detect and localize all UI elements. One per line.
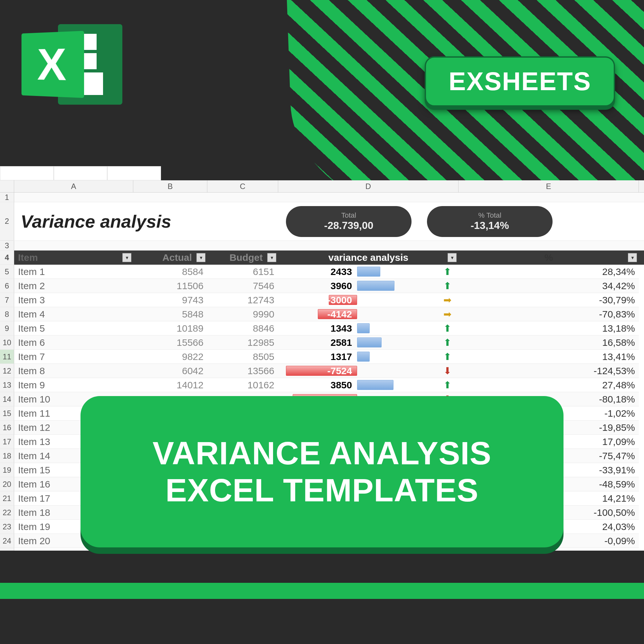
- filter-button[interactable]: ▾: [448, 253, 457, 262]
- row-number[interactable]: 1: [0, 193, 14, 202]
- pct-cell[interactable]: -70,83%: [459, 307, 639, 321]
- arrow-up-icon: ⬆: [436, 266, 459, 277]
- variance-value: -7524: [325, 365, 354, 376]
- variance-cell[interactable]: 1317⬆: [278, 350, 459, 364]
- row-number[interactable]: 7: [0, 293, 14, 307]
- variance-cell[interactable]: 2581⬆: [278, 336, 459, 350]
- variance-cell[interactable]: 3850⬆: [278, 378, 459, 392]
- pct-cell[interactable]: -30,79%: [459, 293, 639, 307]
- variance-cell[interactable]: 2433⬆: [278, 265, 459, 279]
- item-cell[interactable]: Item 1: [14, 265, 133, 279]
- budget-cell[interactable]: 10162: [207, 378, 278, 392]
- actual-cell[interactable]: 9743: [133, 293, 207, 307]
- row-number[interactable]: 18: [0, 449, 14, 463]
- row-number[interactable]: 12: [0, 364, 14, 378]
- pct-cell[interactable]: 2,23%: [459, 548, 639, 551]
- header-actual: Actual: [162, 252, 192, 263]
- col-letter[interactable]: E: [459, 180, 639, 192]
- row-number[interactable]: 16: [0, 421, 14, 435]
- table-row: 10Item 615566129852581⬆16,58%: [0, 336, 644, 350]
- filter-button[interactable]: ▾: [628, 253, 637, 262]
- budget-cell[interactable]: 7546: [207, 279, 278, 293]
- row-number[interactable]: 6: [0, 279, 14, 293]
- actual-cell[interactable]: 9822: [133, 350, 207, 364]
- variance-cell[interactable]: -3000➡: [278, 293, 459, 307]
- row-number[interactable]: 2: [0, 202, 14, 241]
- item-cell[interactable]: Item 8: [14, 364, 133, 378]
- row-number[interactable]: 19: [0, 463, 14, 477]
- item-cell[interactable]: Item 3: [14, 293, 133, 307]
- pct-cell[interactable]: 27,48%: [459, 378, 639, 392]
- budget-cell[interactable]: 6151: [207, 265, 278, 279]
- item-cell[interactable]: Item 4: [14, 307, 133, 321]
- filter-button[interactable]: ▾: [267, 253, 276, 262]
- row-number[interactable]: 9: [0, 321, 14, 336]
- header-item: Item: [18, 252, 38, 263]
- filter-button[interactable]: ▾: [122, 253, 131, 262]
- excel-logo: X: [19, 18, 122, 111]
- pct-cell[interactable]: -124,53%: [459, 364, 639, 378]
- row-number[interactable]: 8: [0, 307, 14, 321]
- row-number[interactable]: 23: [0, 520, 14, 534]
- item-cell[interactable]: Item 21: [14, 548, 133, 551]
- filter-button[interactable]: ▾: [196, 253, 205, 262]
- variance-cell[interactable]: -4142➡: [278, 307, 459, 321]
- actual-cell[interactable]: 10189: [133, 321, 207, 336]
- variance-value: -4142: [325, 309, 354, 320]
- actual-cell[interactable]: 5848: [133, 307, 207, 321]
- row-number[interactable]: 3: [0, 241, 14, 251]
- budget-cell[interactable]: 12985: [207, 336, 278, 350]
- col-letter[interactable]: A: [14, 180, 133, 192]
- item-cell[interactable]: Item 6: [14, 336, 133, 350]
- actual-cell[interactable]: 11506: [133, 279, 207, 293]
- row-number[interactable]: 13: [0, 378, 14, 392]
- item-cell[interactable]: Item 7: [14, 350, 133, 364]
- pct-cell[interactable]: 28,34%: [459, 265, 639, 279]
- col-letter[interactable]: D: [278, 180, 459, 192]
- budget-cell[interactable]: [207, 548, 278, 551]
- actual-cell[interactable]: 15566: [133, 336, 207, 350]
- pct-cell[interactable]: 16,58%: [459, 336, 639, 350]
- row-number[interactable]: 20: [0, 477, 14, 491]
- actual-cell[interactable]: [133, 548, 207, 551]
- budget-cell[interactable]: 8846: [207, 321, 278, 336]
- variance-bar: [357, 281, 394, 291]
- variance-cell[interactable]: 3960⬆: [278, 279, 459, 293]
- actual-cell[interactable]: 8584: [133, 265, 207, 279]
- row-number[interactable]: 24: [0, 534, 14, 548]
- row-number[interactable]: 15: [0, 406, 14, 421]
- item-cell[interactable]: Item 2: [14, 279, 133, 293]
- arrow-right-icon: ➡: [436, 308, 459, 320]
- row-number[interactable]: 5: [0, 265, 14, 279]
- pct-cell[interactable]: 13,18%: [459, 321, 639, 336]
- row-number[interactable]: 21: [0, 491, 14, 506]
- variance-cell[interactable]: 1343⬆: [278, 321, 459, 336]
- col-letter[interactable]: C: [207, 180, 278, 192]
- promo-banner: VARIANCE ANALYSIS EXCEL TEMPLATES: [81, 396, 563, 547]
- budget-cell[interactable]: 13566: [207, 364, 278, 378]
- variance-value: 2581: [328, 337, 354, 348]
- promo-banner-text: VARIANCE ANALYSIS EXCEL TEMPLATES: [100, 435, 544, 509]
- actual-cell[interactable]: 14012: [133, 378, 207, 392]
- variance-cell[interactable]: -7524⬇: [278, 364, 459, 378]
- pct-cell[interactable]: 13,41%: [459, 350, 639, 364]
- variance-cell[interactable]: [278, 548, 459, 551]
- budget-cell[interactable]: 8505: [207, 350, 278, 364]
- row-number[interactable]: 4: [0, 251, 14, 265]
- table-row: 9Item 51018988461343⬆13,18%: [0, 321, 644, 336]
- variance-value: 1317: [328, 351, 354, 362]
- budget-cell[interactable]: 12743: [207, 293, 278, 307]
- row-number[interactable]: 14: [0, 392, 14, 406]
- row-number[interactable]: 17: [0, 435, 14, 449]
- item-cell[interactable]: Item 9: [14, 378, 133, 392]
- row-number[interactable]: 10: [0, 336, 14, 350]
- row-number[interactable]: 22: [0, 506, 14, 520]
- budget-cell[interactable]: 9990: [207, 307, 278, 321]
- title-row: 2 Variance analysis Total -28.739,00 % T…: [0, 202, 644, 241]
- row-number[interactable]: 25: [0, 548, 14, 551]
- row-number[interactable]: 11: [0, 350, 14, 364]
- actual-cell[interactable]: 6042: [133, 364, 207, 378]
- col-letter[interactable]: B: [133, 180, 207, 192]
- pct-cell[interactable]: 34,42%: [459, 279, 639, 293]
- item-cell[interactable]: Item 5: [14, 321, 133, 336]
